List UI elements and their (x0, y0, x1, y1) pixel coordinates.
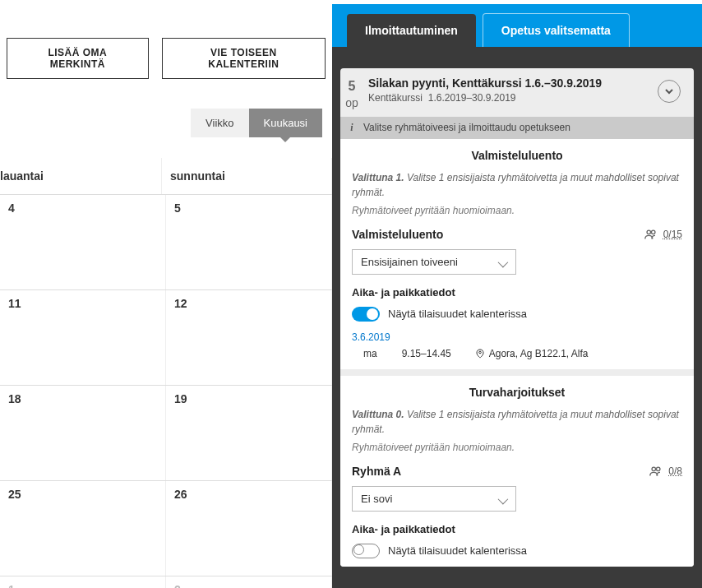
calendar-cell[interactable]: 2 (166, 576, 332, 588)
selection-note: Ryhmätoiveet pyritään huomioimaan. (352, 442, 682, 453)
calendar-row: 11 12 (0, 290, 332, 386)
people-icon (649, 465, 663, 477)
show-in-calendar-toggle-row: Näytä tilaisuudet kalenterissa (352, 544, 682, 558)
calendar-area: LISÄÄ OMA MERKINTÄ VIE TOISEEN KALENTERI… (0, 0, 332, 588)
calendar-cell[interactable]: 12 (166, 290, 332, 385)
action-buttons: LISÄÄ OMA MERKINTÄ VIE TOISEEN KALENTERI… (0, 0, 332, 79)
calendar-cell[interactable]: 18 (0, 386, 166, 480)
calendar-cell[interactable]: 26 (166, 481, 332, 576)
capacity-text: 0/8 (668, 465, 682, 477)
calendar-cell[interactable]: 25 (0, 481, 166, 576)
time-place-heading: Aika- ja paikkatiedot (352, 523, 682, 535)
show-in-calendar-toggle[interactable] (352, 544, 380, 558)
calendar-cell[interactable]: 1 (0, 576, 166, 588)
session-day: ma (363, 348, 377, 359)
location-pin-icon (476, 349, 484, 359)
course-titles: Silakan pyynti, Kenttäkurssi 1.6.–30.9.2… (363, 76, 658, 110)
month-view-button[interactable]: Kuukausi (249, 109, 322, 137)
svg-point-2 (478, 351, 481, 354)
group-name: Valmisteluluento (352, 228, 443, 241)
session-date[interactable]: 3.6.2019 (352, 331, 682, 343)
svg-point-3 (652, 467, 656, 471)
session-location: Agora, Ag B122.1, Alfa (476, 348, 589, 359)
calendar-cell[interactable]: 5 (166, 195, 332, 289)
group-row: Valmisteluluento 0/15 (352, 228, 682, 241)
calendar-cell[interactable]: 4 (0, 195, 166, 289)
credits-value: 5 (340, 78, 363, 95)
calendar-cell[interactable]: 19 (166, 386, 332, 480)
svg-point-4 (657, 467, 661, 471)
svg-point-1 (651, 230, 655, 234)
priority-select[interactable]: Ensisijainen toiveeni (352, 249, 516, 275)
tab-unselected-teaching[interactable]: Opetus valitsematta (483, 13, 630, 47)
capacity-text: 0/15 (663, 229, 682, 240)
section-title: Turvaharjoitukset (352, 386, 682, 399)
selection-status: Valittuna 1. Valitse 1 ensisijaista ryhm… (352, 170, 682, 200)
expand-toggle[interactable] (658, 80, 681, 103)
course-card: 5 op Silakan pyynti, Kenttäkurssi 1.6.–3… (340, 68, 694, 567)
calendar-row: 1 2 (0, 576, 332, 588)
calendar-row: 4 5 (0, 195, 332, 290)
section-title: Valmisteluluento (352, 149, 682, 162)
add-own-entry-button[interactable]: LISÄÄ OMA MERKINTÄ (7, 38, 149, 79)
group-row: Ryhmä A 0/8 (352, 465, 682, 478)
credits-unit: op (340, 95, 363, 110)
calendar-cell[interactable]: 11 (0, 290, 166, 385)
day-header-saturday: lauantai (0, 158, 162, 194)
tab-enrollment[interactable]: Ilmoittautuminen (347, 14, 476, 47)
enrollment-panel: Ilmoittautuminen Opetus valitsematta 5 o… (332, 4, 702, 588)
calendar-row: 18 19 (0, 386, 332, 481)
section-valmisteluluento: Valmisteluluento Valittuna 1. Valitse 1 … (340, 139, 694, 369)
people-icon (644, 229, 658, 240)
calendar-row: 25 26 (0, 481, 332, 576)
view-toggle: Viikko Kuukausi (0, 79, 332, 137)
info-icon: i (340, 122, 363, 134)
info-banner: i Valitse ryhmätoiveesi ja ilmoittaudu o… (340, 117, 694, 139)
session-details: ma 9.15–14.45 Agora, Ag B122.1, Alfa (352, 348, 682, 359)
session-time: 9.15–14.45 (402, 348, 451, 359)
svg-point-0 (647, 230, 651, 234)
selection-note: Ryhmätoiveet pyritään huomioimaan. (352, 205, 682, 216)
week-view-button[interactable]: Viikko (191, 109, 248, 137)
day-header-sunday: sunnuntai (162, 158, 332, 194)
panel-content: 5 op Silakan pyynti, Kenttäkurssi 1.6.–3… (332, 47, 702, 567)
toggle-label: Näytä tilaisuudet kalenterissa (388, 308, 527, 320)
chevron-down-icon (664, 86, 674, 96)
capacity: 0/15 (644, 229, 682, 240)
section-turvaharjoitukset: Turvaharjoitukset Valittuna 0. Valitse 1… (340, 376, 694, 567)
selection-status: Valittuna 0. Valitse 1 ensisijaista ryhm… (352, 407, 682, 437)
time-place-heading: Aika- ja paikkatiedot (352, 286, 682, 299)
group-name: Ryhmä A (352, 465, 401, 478)
calendar-header: lauantai sunnuntai (0, 158, 332, 195)
tab-bar: Ilmoittautuminen Opetus valitsematta (332, 4, 702, 47)
show-in-calendar-toggle-row: Näytä tilaisuudet kalenterissa (352, 307, 682, 322)
course-header: 5 op Silakan pyynti, Kenttäkurssi 1.6.–3… (340, 68, 694, 117)
credits: 5 op (340, 76, 363, 110)
section-divider (340, 369, 694, 376)
info-text: Valitse ryhmätoiveesi ja ilmoittaudu ope… (363, 122, 570, 133)
show-in-calendar-toggle[interactable] (352, 307, 380, 322)
export-calendar-button[interactable]: VIE TOISEEN KALENTERIIN (162, 38, 326, 79)
course-subtitle: Kenttäkurssi 1.6.2019–30.9.2019 (368, 92, 658, 104)
priority-select[interactable]: Ei sovi (352, 486, 516, 512)
course-title: Silakan pyynti, Kenttäkurssi 1.6.–30.9.2… (368, 76, 658, 90)
toggle-label: Näytä tilaisuudet kalenterissa (388, 544, 527, 557)
capacity: 0/8 (649, 465, 682, 477)
